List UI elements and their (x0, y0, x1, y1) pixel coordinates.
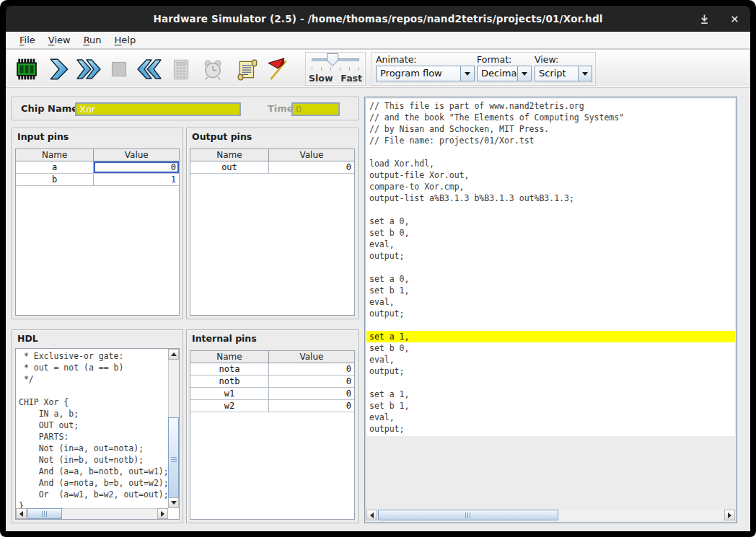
slider-ticks (312, 67, 359, 71)
pin-value[interactable]: 1 (94, 174, 179, 186)
pin-row: notb0 (190, 376, 354, 388)
animate-value: Program flow (377, 66, 460, 81)
hdl-code: * Exclusive-or gate: * out = not (a == b… (16, 350, 168, 508)
scroll-left-button[interactable] (16, 508, 27, 519)
hdl-vscroll-thumb[interactable] (168, 417, 179, 500)
menu-item-file[interactable]: File (13, 32, 42, 48)
code-line: And (a=nota, b=b, out=w2); (16, 477, 168, 489)
pin-name: notb (190, 376, 269, 388)
script-view: // This file is part of www.nand2tetris.… (366, 99, 735, 510)
code-line: * out = not (a == b) (16, 362, 168, 373)
view-select[interactable]: Script (535, 66, 592, 81)
chip-name-field[interactable]: Xor (75, 102, 241, 116)
menu-item-run[interactable]: Run (77, 32, 108, 48)
chevron-down-icon (465, 72, 470, 76)
script-horizontal-scrollbar[interactable] (366, 510, 735, 521)
pin-value: 0 (269, 161, 354, 174)
code-line: // File name: projects/01/Xor.tst (366, 135, 735, 146)
hdl-hscroll-thumb[interactable] (27, 508, 62, 519)
chevron-down-icon (522, 72, 527, 76)
close-button[interactable] (729, 13, 740, 25)
code-line: output; (366, 365, 735, 377)
code-line: // This file is part of www.nand2tetris.… (366, 100, 735, 112)
single-step-button[interactable] (44, 55, 73, 84)
view-dropdown-button[interactable] (578, 66, 592, 81)
main-area: Chip Name : Xor Time : 0 Input pins Name… (6, 88, 750, 531)
output-pins-title: Output pins (192, 131, 252, 142)
hdl-title: HDL (17, 333, 38, 344)
scroll-right-button[interactable] (724, 510, 735, 520)
pin-name: out (190, 161, 269, 174)
code-line: set b 0, (366, 342, 735, 354)
menu-item-help[interactable]: Help (108, 32, 143, 48)
reset-button[interactable] (135, 55, 164, 84)
stop-square-icon (107, 57, 131, 81)
pin-name: w2 (190, 400, 269, 412)
window-controls (698, 6, 740, 32)
code-line: Not (in=a, out=nota); (16, 443, 168, 454)
triangle-up-icon (171, 352, 177, 356)
column-header-name: Name (16, 149, 94, 161)
pin-row: out0 (190, 161, 354, 174)
internal-pins-panel: Internal pins Name Value nota0notb0w10w2… (186, 329, 359, 523)
code-line: output-file Xor.out, (366, 169, 735, 181)
scroll-left-button[interactable] (366, 510, 377, 520)
code-line: And (a=a, b=notb, out=w1); (16, 466, 168, 477)
alarm-clock-icon (201, 57, 225, 81)
run-button[interactable] (74, 55, 103, 84)
script-panel: // This file is part of www.nand2tetris.… (364, 97, 737, 523)
code-line: set b 0, (366, 227, 735, 239)
load-script-button[interactable] (233, 55, 262, 84)
menu-item-view[interactable]: View (42, 32, 77, 48)
code-line: // by Nisan and Schocken, MIT Press. (366, 123, 735, 135)
input-pins-title: Input pins (17, 131, 69, 142)
scroll-down-button[interactable] (168, 497, 179, 508)
internal-pins-title: Internal pins (192, 333, 257, 344)
breakpoints-button[interactable] (263, 55, 292, 84)
script-hscroll-thumb[interactable] (378, 510, 558, 520)
pin-row: w20 (190, 400, 354, 412)
pin-value[interactable]: 0 (94, 161, 179, 174)
load-chip-button[interactable] (12, 55, 41, 84)
triangle-right-icon (161, 511, 164, 517)
view-value: Script (535, 66, 578, 81)
scroll-up-button[interactable] (168, 349, 179, 360)
input-pins-panel: Input pins Name Value a0b1 (12, 128, 183, 319)
hdl-horizontal-scrollbar[interactable] (16, 508, 168, 519)
animate-select[interactable]: Program flow (376, 66, 475, 81)
chip-header-panel: Chip Name : Xor Time : 0 (12, 97, 359, 120)
menu-bar: FileViewRunHelp (6, 32, 750, 49)
code-line: } (16, 500, 168, 508)
column-header-value: Value (269, 351, 354, 363)
code-line: output-list a%B3.1.3 b%B3.1.3 out%B3.1.3… (366, 192, 735, 204)
speed-slider-thumb[interactable] (327, 53, 338, 66)
code-line: eval, (366, 412, 735, 423)
output-pins-panel: Output pins Name Value out0 (186, 128, 359, 319)
format-dropdown-button[interactable] (517, 66, 531, 81)
code-line (366, 262, 735, 273)
animate-label: Animate: (376, 54, 475, 66)
format-select[interactable]: Decimal (477, 66, 532, 81)
code-line: Or (a=w1, b=w2, out=out); (16, 489, 168, 500)
pin-row: a0 (16, 161, 179, 174)
column-header-value: Value (269, 149, 354, 161)
evaluate-button (167, 55, 195, 84)
view-label: View: (535, 54, 592, 66)
format-value: Decimal (478, 66, 517, 81)
clock-button (198, 55, 227, 84)
hdl-vertical-scrollbar[interactable] (168, 349, 179, 508)
code-line: output; (366, 423, 735, 435)
triangle-right-icon (728, 512, 731, 518)
stop-button (105, 55, 133, 84)
code-line: compare-to Xor.cmp, (366, 181, 735, 192)
pin-name: a (16, 161, 94, 174)
code-line: output; (366, 250, 735, 262)
animate-dropdown-button[interactable] (460, 66, 474, 81)
triangle-down-icon (171, 501, 177, 505)
pin-row: b1 (16, 174, 179, 186)
minimize-button[interactable] (698, 13, 710, 25)
hardware-simulator-window: Hardware Simulator (2.5) - /home/thomas/… (0, 0, 756, 537)
dropdowns-group: Animate: Program flow Format: Decimal Vi… (371, 52, 596, 86)
scroll-right-button[interactable] (157, 508, 168, 519)
pin-value: 0 (269, 400, 354, 412)
